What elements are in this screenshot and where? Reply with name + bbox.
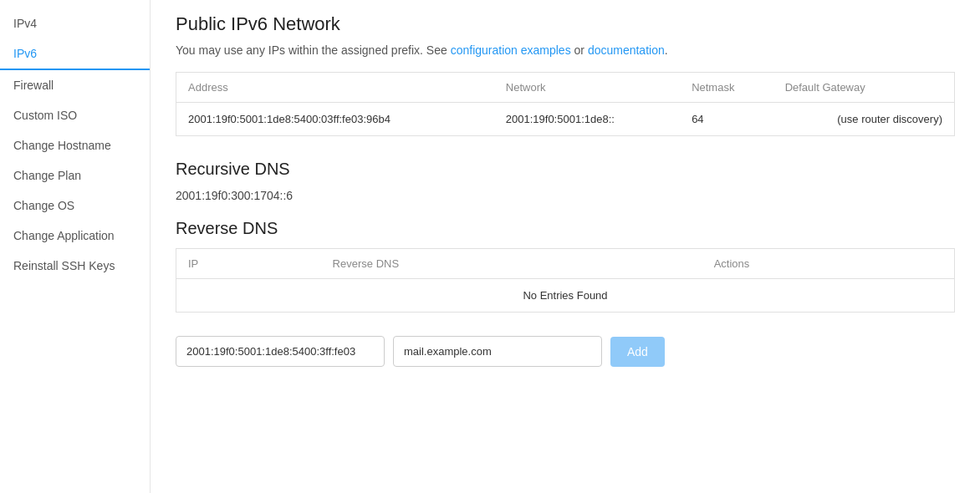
page-title: Public IPv6 Network <box>176 13 955 35</box>
recursive-dns-value: 2001:19f0:300:1704::6 <box>176 189 955 202</box>
sidebar-item-reinstall-ssh-keys[interactable]: Reinstall SSH Keys <box>0 251 150 281</box>
cell-network: 2001:19f0:5001:1de8:: <box>494 103 680 136</box>
cell-default-gateway: (use router discovery) <box>773 103 955 136</box>
documentation-link[interactable]: documentation <box>588 43 665 57</box>
reverse-dns-form: Add <box>176 336 955 367</box>
description-text: You may use any IPs within the assigned … <box>176 43 955 57</box>
recursive-dns-title: Recursive DNS <box>176 160 955 179</box>
col-address: Address <box>176 73 494 103</box>
sidebar-item-ipv4[interactable]: IPv4 <box>0 8 150 38</box>
sidebar: IPv4 IPv6 Firewall Custom ISO Change Hos… <box>0 0 151 493</box>
col-default-gateway: Default Gateway <box>773 73 955 103</box>
ip-input[interactable] <box>176 336 385 367</box>
sidebar-item-change-application[interactable]: Change Application <box>0 221 150 251</box>
sidebar-item-change-hostname[interactable]: Change Hostname <box>0 130 150 160</box>
cell-netmask: 64 <box>680 103 773 136</box>
col-reverse-dns: Reverse DNS <box>321 249 702 279</box>
col-ip: IP <box>176 249 321 279</box>
sidebar-item-custom-iso[interactable]: Custom ISO <box>0 100 150 130</box>
col-netmask: Netmask <box>680 73 773 103</box>
dns-input[interactable] <box>393 336 602 367</box>
add-button[interactable]: Add <box>610 337 665 367</box>
reverse-dns-title: Reverse DNS <box>176 219 955 238</box>
sidebar-item-change-plan[interactable]: Change Plan <box>0 160 150 191</box>
table-row: 2001:19f0:5001:1de8:5400:03ff:fe03:96b4 … <box>176 103 955 136</box>
col-network: Network <box>494 73 680 103</box>
configuration-examples-link[interactable]: configuration examples <box>451 43 571 57</box>
reverse-dns-table: IP Reverse DNS Actions No Entries Found <box>176 248 955 313</box>
sidebar-item-firewall[interactable]: Firewall <box>0 70 150 100</box>
main-content: Public IPv6 Network You may use any IPs … <box>151 0 980 493</box>
cell-address: 2001:19f0:5001:1de8:5400:03ff:fe03:96b4 <box>176 103 494 136</box>
network-table: Address Network Netmask Default Gateway … <box>176 72 955 136</box>
table-empty-row: No Entries Found <box>176 279 955 313</box>
sidebar-item-change-os[interactable]: Change OS <box>0 191 150 221</box>
no-entries-message: No Entries Found <box>176 279 955 313</box>
col-actions: Actions <box>702 249 955 279</box>
sidebar-item-ipv6[interactable]: IPv6 <box>0 38 150 70</box>
